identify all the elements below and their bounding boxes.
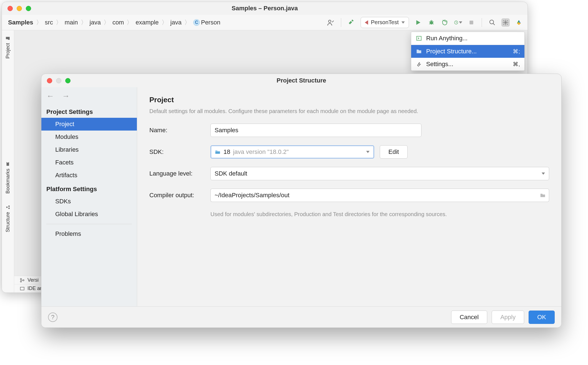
main-titlebar: Samples – Person.java — [2, 2, 527, 15]
dialog-content: Project Default settings for all modules… — [137, 87, 561, 306]
menu-item-project-structure[interactable]: Project Structure... ⌘; — [411, 45, 524, 58]
divider — [341, 18, 341, 27]
breadcrumb-file[interactable]: C Person — [192, 18, 222, 27]
sidebar-heading-platform-settings: Platform Settings — [41, 182, 137, 195]
name-label: Name: — [149, 127, 205, 134]
coverage-button[interactable] — [441, 18, 449, 27]
code-with-me-icon[interactable] — [515, 18, 523, 27]
window-controls — [7, 6, 31, 11]
language-level-selector[interactable]: SDK default — [210, 167, 549, 180]
vcs-user-icon[interactable] — [326, 18, 335, 27]
run-config-selector[interactable]: PersonTest — [361, 17, 409, 28]
toolbar-actions: PersonTest — [326, 17, 523, 28]
menu-item-run-anything[interactable]: Run Anything... — [411, 32, 524, 45]
dialog-sidebar: ← → Project Settings Project Modules Lib… — [41, 87, 137, 306]
edit-sdk-button[interactable]: Edit — [380, 145, 408, 159]
breadcrumb-item[interactable]: src — [43, 18, 55, 27]
chevron-right-icon: 〉 — [81, 18, 87, 27]
sidebar-item-problems[interactable]: Problems — [41, 228, 137, 240]
chevron-right-icon: 〉 — [184, 18, 190, 27]
class-file-icon: C — [193, 19, 200, 26]
structure-tool-tab[interactable]: Structure — [5, 205, 11, 232]
breadcrumb-item[interactable]: java — [169, 18, 183, 27]
sidebar-item-modules[interactable]: Modules — [41, 131, 137, 143]
breadcrumb-item[interactable]: example — [134, 18, 160, 27]
zoom-window-button[interactable] — [26, 6, 31, 11]
minimize-dialog-button — [56, 78, 61, 83]
profile-button[interactable] — [454, 18, 462, 27]
navigation-toolbar: Samples 〉 src 〉 main 〉 java 〉 com 〉 exam… — [2, 15, 527, 30]
breadcrumb-item[interactable]: main — [63, 18, 80, 27]
nav-forward-button[interactable]: → — [62, 92, 70, 101]
menu-item-settings[interactable]: Settings... ⌘, — [411, 58, 524, 71]
svg-rect-3 — [469, 21, 473, 24]
window-icon[interactable] — [20, 286, 25, 291]
tool-tab-label: Structure — [5, 212, 11, 232]
sidebar-item-libraries[interactable]: Libraries — [41, 143, 137, 156]
apply-button[interactable]: Apply — [492, 311, 524, 324]
language-level-value: SDK default — [215, 170, 247, 177]
chevron-down-icon — [542, 172, 545, 175]
sdk-number: 18 — [223, 148, 230, 156]
nav-back-button[interactable]: ← — [46, 92, 54, 101]
vcs-branch-icon — [20, 278, 25, 283]
svg-rect-6 — [9, 208, 10, 209]
browse-path-button[interactable] — [536, 189, 549, 202]
sidebar-item-sdks[interactable]: SDKs — [41, 195, 137, 208]
settings-gear-button[interactable] — [501, 18, 510, 27]
menu-shortcut: ⌘, — [513, 61, 520, 68]
svg-rect-12 — [20, 287, 24, 290]
stop-button[interactable] — [467, 18, 476, 27]
svg-point-5 — [505, 22, 506, 23]
search-everywhere-button[interactable] — [488, 18, 496, 27]
run-config-label: PersonTest — [371, 19, 399, 26]
sidebar-heading-project-settings: Project Settings — [41, 104, 137, 118]
debug-button[interactable] — [427, 18, 436, 27]
close-dialog-button[interactable] — [47, 78, 52, 83]
menu-item-label: Run Anything... — [426, 35, 468, 42]
close-window-button[interactable] — [7, 6, 13, 11]
sdk-label: SDK: — [149, 148, 205, 156]
status-text[interactable]: Versi — [27, 277, 39, 283]
project-tool-tab[interactable]: Project — [5, 36, 11, 59]
dialog-window-controls — [47, 78, 71, 83]
chevron-right-icon: 〉 — [36, 18, 42, 27]
wrench-icon — [416, 61, 422, 68]
menu-shortcut: ⌘; — [513, 48, 520, 55]
chevron-right-icon: 〉 — [127, 18, 133, 27]
breadcrumb-item[interactable]: com — [111, 18, 126, 27]
menu-item-label: Settings... — [426, 61, 453, 68]
dialog-title: Project Structure — [277, 77, 326, 84]
sidebar-item-artifacts[interactable]: Artifacts — [41, 169, 137, 182]
svg-point-9 — [20, 278, 22, 280]
project-structure-dialog: Project Structure ← → Project Settings P… — [41, 74, 562, 328]
breadcrumb-root[interactable]: Samples — [6, 18, 35, 27]
help-button[interactable]: ? — [48, 312, 57, 322]
menu-item-label: Project Structure... — [426, 48, 477, 55]
content-heading: Project — [149, 96, 549, 104]
dialog-titlebar: Project Structure — [41, 74, 561, 87]
status-text: IDE ar — [27, 286, 42, 291]
zoom-dialog-button[interactable] — [65, 78, 71, 83]
build-hammer-icon[interactable] — [347, 18, 356, 27]
cancel-button[interactable]: Cancel — [451, 311, 487, 324]
sidebar-item-facets[interactable]: Facets — [41, 156, 137, 169]
compiler-output-input[interactable] — [210, 189, 536, 202]
svg-point-11 — [23, 279, 24, 281]
sidebar-item-project[interactable]: Project — [41, 118, 137, 131]
minimize-window-button[interactable] — [17, 6, 22, 11]
run-button[interactable] — [414, 18, 422, 27]
ok-button[interactable]: OK — [529, 311, 555, 324]
window-title: Samples – Person.java — [232, 5, 298, 12]
svg-point-4 — [490, 20, 494, 24]
sdk-selector[interactable]: 18 java version "18.0.2" — [210, 145, 374, 159]
sidebar-separator — [46, 224, 132, 224]
content-description: Default settings for all modules. Config… — [149, 108, 549, 114]
breadcrumb-item[interactable]: java — [88, 18, 102, 27]
bookmarks-tool-tab[interactable]: Bookmarks — [5, 161, 11, 194]
settings-popup-menu: Run Anything... Project Structure... ⌘; … — [411, 32, 525, 71]
divider — [482, 18, 482, 27]
sidebar-item-global-libraries[interactable]: Global Libraries — [41, 208, 137, 221]
tool-tab-label: Bookmarks — [5, 169, 11, 194]
project-name-input[interactable] — [210, 124, 421, 137]
